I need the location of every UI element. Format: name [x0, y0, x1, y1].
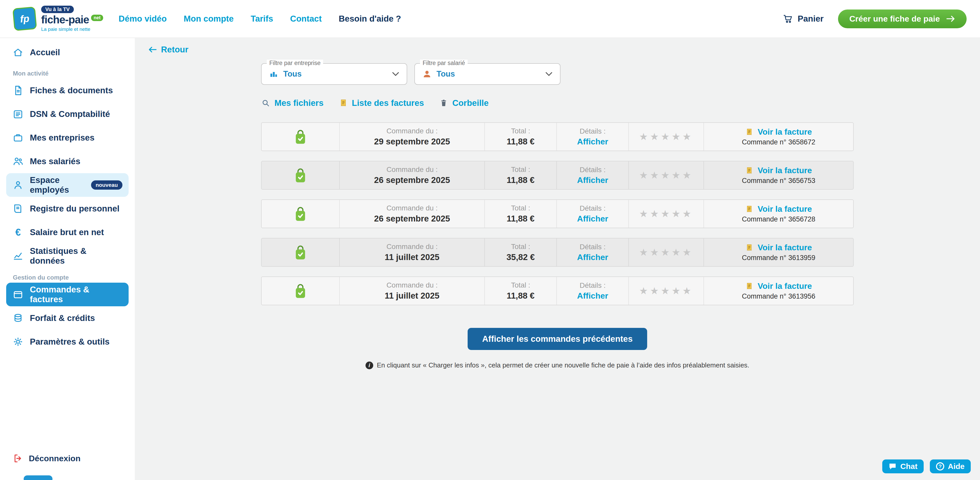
- order-total-cell: Total : 11,88 €: [485, 200, 557, 228]
- chevron-down-icon: [545, 71, 553, 77]
- rating-stars[interactable]: ★★★★★: [639, 209, 693, 219]
- order-invoice-cell: Voir la facture Commande n° 3656728: [704, 200, 853, 228]
- view-invoice-link[interactable]: Voir la facture: [745, 204, 812, 214]
- nav-tarifs[interactable]: Tarifs: [251, 14, 273, 24]
- back-link[interactable]: Retour: [148, 45, 188, 54]
- home-icon: [12, 47, 24, 58]
- view-invoice-link[interactable]: Voir la facture: [745, 243, 812, 252]
- order-date-value: 29 septembre 2025: [374, 137, 450, 146]
- ledger-icon: [12, 108, 24, 120]
- sidebar: Accueil Mon activité Fiches & documents …: [0, 38, 135, 480]
- order-invoice-cell: Voir la facture Commande n° 3658672: [704, 123, 853, 150]
- order-row: Commande du : 11 juillet 2025 Total : 35…: [261, 238, 854, 267]
- main-content: Retour Filtre par entreprise Tous: [135, 38, 980, 480]
- nav-mon-compte[interactable]: Mon compte: [184, 14, 234, 24]
- show-details-link[interactable]: Afficher: [577, 253, 608, 262]
- rating-stars[interactable]: ★★★★★: [639, 247, 693, 257]
- coins-icon: [12, 312, 24, 324]
- sidebar-item-dsn-comptabilite[interactable]: DSN & Comptabilité: [6, 102, 129, 126]
- order-rating-cell: ★★★★★: [629, 277, 704, 305]
- sidebar-item-statistiques[interactable]: Statistiques & données: [6, 244, 129, 268]
- shopping-bag-icon: [293, 128, 308, 146]
- brand-tagline: La paie simple et nette: [41, 27, 103, 32]
- order-status-cell: [262, 238, 340, 266]
- cart-button[interactable]: Panier: [783, 14, 824, 24]
- order-row: Commande du : 29 septembre 2025 Total : …: [261, 122, 854, 151]
- employees-icon: [12, 179, 24, 191]
- order-number: Commande n° 3613959: [742, 254, 815, 262]
- logout-button[interactable]: Déconnexion: [6, 453, 129, 464]
- show-details-link[interactable]: Afficher: [577, 137, 608, 146]
- show-details-link[interactable]: Afficher: [577, 176, 608, 185]
- view-invoice-link[interactable]: Voir la facture: [745, 127, 812, 137]
- order-rating-cell: ★★★★★: [629, 200, 704, 228]
- company-filter-select[interactable]: Filtre par entreprise Tous: [261, 63, 407, 85]
- view-invoice-link[interactable]: Voir la facture: [745, 166, 812, 175]
- sidebar-item-forfait-credits[interactable]: Forfait & crédits: [6, 306, 129, 330]
- new-badge: nouveau: [91, 181, 123, 190]
- sidebar-item-accueil[interactable]: Accueil: [6, 41, 129, 64]
- order-date-cell: Commande du : 11 juillet 2025: [340, 238, 485, 266]
- order-date-label: Commande du :: [387, 127, 438, 135]
- sidebar-item-registre-personnel[interactable]: Registre du personnel: [6, 197, 129, 220]
- order-date-cell: Commande du : 26 septembre 2025: [340, 162, 485, 189]
- rating-stars[interactable]: ★★★★★: [639, 286, 693, 296]
- show-details-link[interactable]: Afficher: [577, 214, 608, 223]
- help-button[interactable]: ? Aide: [930, 459, 971, 473]
- invoice-list-link[interactable]: Liste des factures: [339, 98, 424, 108]
- order-rating-cell: ★★★★★: [629, 238, 704, 266]
- my-files-link[interactable]: Mes fichiers: [261, 98, 324, 108]
- view-invoice-link[interactable]: Voir la facture: [745, 281, 812, 291]
- sidebar-item-commandes-factures[interactable]: Commandes & factures: [6, 283, 129, 306]
- order-date-cell: Commande du : 29 septembre 2025: [340, 123, 485, 150]
- sidebar-item-espace-employes[interactable]: Espace employés nouveau: [6, 173, 129, 197]
- chat-button[interactable]: Chat: [882, 459, 924, 473]
- rating-stars[interactable]: ★★★★★: [639, 170, 693, 180]
- shopping-bag-icon: [293, 205, 308, 223]
- order-row: Commande du : 26 septembre 2025 Total : …: [261, 161, 854, 190]
- body-row: Accueil Mon activité Fiches & documents …: [0, 38, 980, 480]
- create-payslip-label: Créer une fiche de paie: [850, 14, 940, 24]
- employee-filter-label: Filtre par salarié: [420, 60, 468, 67]
- employee-filter-select[interactable]: Filtre par salarié Tous: [414, 63, 560, 85]
- order-date-label: Commande du :: [387, 165, 438, 174]
- sidebar-item-label: Registre du personnel: [30, 204, 119, 214]
- sidebar-item-label: Mes salariés: [30, 157, 80, 166]
- order-status-cell: [262, 277, 340, 305]
- logo-text: Vu à la TV fiche-paie net La paie simple…: [41, 6, 103, 32]
- order-date-label: Commande du :: [387, 204, 438, 212]
- cut-off-button[interactable]: [24, 475, 52, 480]
- order-status-cell: [262, 162, 340, 189]
- view-invoice-label: Voir la facture: [757, 127, 812, 137]
- nav-besoin-aide[interactable]: Besoin d'aide ?: [339, 14, 401, 24]
- order-total-cell: Total : 11,88 €: [485, 277, 557, 305]
- sidebar-item-mes-entreprises[interactable]: Mes entreprises: [6, 126, 129, 150]
- trash-link[interactable]: Corbeille: [439, 98, 488, 108]
- show-previous-orders-button[interactable]: Afficher les commandes précédentes: [468, 328, 647, 350]
- company-filter-label: Filtre par entreprise: [267, 60, 323, 67]
- nav-demo-video[interactable]: Démo vidéo: [119, 14, 167, 24]
- order-details-label: Détails :: [579, 166, 606, 174]
- sidebar-item-mes-salaries[interactable]: Mes salariés: [6, 150, 129, 173]
- gear-icon: [12, 336, 24, 347]
- arrow-right-icon: [946, 15, 955, 22]
- create-payslip-button[interactable]: Créer une fiche de paie: [838, 10, 967, 28]
- rating-stars[interactable]: ★★★★★: [639, 132, 693, 142]
- order-status-cell: [262, 200, 340, 228]
- sidebar-item-parametres-outils[interactable]: Paramètres & outils: [6, 330, 129, 353]
- order-number: Commande n° 3656753: [742, 177, 815, 185]
- order-date-cell: Commande du : 26 septembre 2025: [340, 200, 485, 228]
- content-column: Filtre par entreprise Tous Filtre par sa…: [261, 38, 854, 369]
- nav-contact[interactable]: Contact: [290, 14, 322, 24]
- invoice-list-label: Liste des factures: [352, 98, 424, 108]
- order-rating-cell: ★★★★★: [629, 123, 704, 150]
- sidebar-item-salaire-brut-net[interactable]: € Salaire brut en net: [6, 220, 129, 244]
- show-details-link[interactable]: Afficher: [577, 291, 608, 301]
- sidebar-item-label: Commandes & factures: [30, 285, 123, 304]
- order-invoice-cell: Voir la facture Commande n° 3613956: [704, 277, 853, 305]
- brand-logo[interactable]: fp Vu à la TV fiche-paie net La paie sim…: [13, 6, 103, 32]
- trash-label: Corbeille: [452, 98, 488, 108]
- sidebar-item-label: Forfait & crédits: [30, 313, 95, 323]
- sidebar-item-fiches-documents[interactable]: Fiches & documents: [6, 79, 129, 102]
- order-total-cell: Total : 11,88 €: [485, 162, 557, 189]
